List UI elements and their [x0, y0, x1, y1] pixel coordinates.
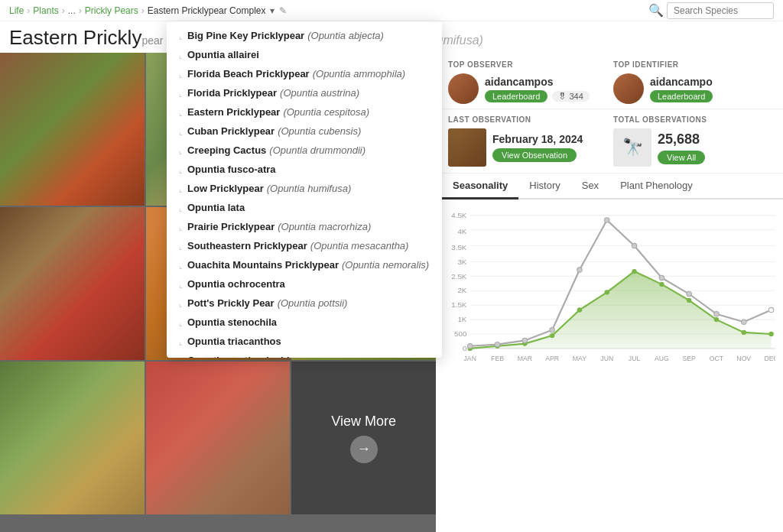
tab-history[interactable]: History	[518, 174, 570, 200]
dropdown-item[interactable]: ⌞Southeastern Pricklypear (Opuntia mesac…	[167, 236, 442, 255]
svg-text:1.5K: 1.5K	[451, 300, 467, 309]
species-dropdown[interactable]: ⌞Big Pine Key Pricklypear (Opuntia abjec…	[167, 21, 442, 358]
dropdown-item[interactable]: ⌞Opuntia triacanthos	[167, 332, 442, 351]
identifier-name: aidancampo	[650, 76, 713, 88]
species-common-name: Ouachita Mountains Pricklypear	[187, 259, 339, 271]
tab-seasonality[interactable]: Seasonality	[442, 174, 518, 200]
tab-sex[interactable]: Sex	[571, 174, 609, 200]
dropdown-item[interactable]: ⌞Opuntia stenochila	[167, 313, 442, 332]
dropdown-arrow-icon[interactable]: ▾	[270, 5, 275, 16]
observer-avatar	[448, 73, 479, 104]
svg-point-35	[522, 338, 528, 342]
svg-text:3.5K: 3.5K	[451, 243, 467, 251]
observer-details: aidancampos Leaderboard 🎖 344	[485, 76, 590, 102]
branch-icon: ⌞	[179, 242, 183, 251]
svg-text:4K: 4K	[457, 227, 467, 235]
svg-point-41	[687, 291, 692, 296]
obs-thumbnail	[448, 128, 486, 167]
species-common-name: Cuban Pricklypear	[187, 125, 275, 137]
svg-point-38	[604, 218, 609, 222]
svg-point-29	[687, 298, 692, 303]
svg-point-32	[768, 332, 774, 336]
svg-point-44	[768, 307, 774, 312]
svg-point-30	[714, 317, 720, 322]
dropdown-item[interactable]: ⌞Opuntia fusco-atra	[167, 160, 442, 179]
breadcrumb-life[interactable]: Life	[9, 5, 24, 16]
view-observation-button[interactable]: View Observation	[492, 148, 577, 162]
dropdown-item[interactable]: ⌞Opuntia ochrocentra	[167, 274, 442, 294]
search-input[interactable]	[667, 2, 774, 19]
edit-icon[interactable]: ✎	[279, 5, 287, 16]
photo-7[interactable]	[0, 362, 145, 514]
branch-icon: ⌞	[179, 223, 183, 232]
svg-text:AUG: AUG	[655, 355, 669, 362]
species-latin-name: (Opuntia cespitosa)	[283, 106, 369, 118]
branch-icon: ⌞	[179, 185, 183, 193]
obs-count-badge: 🎖 344	[552, 91, 589, 102]
observer-name: aidancampos	[485, 76, 590, 88]
photo-1[interactable]	[0, 53, 145, 206]
species-common-name: Opuntia xanthoglochia	[187, 355, 295, 358]
top-observer-label: TOP OBSERVER	[448, 60, 606, 69]
dropdown-item[interactable]: ⌞Low Pricklypear (Opuntia humifusa)	[167, 179, 442, 198]
dropdown-item[interactable]: ⌞Big Pine Key Pricklypear (Opuntia abjec…	[167, 26, 442, 45]
svg-marker-20	[470, 271, 772, 349]
breadcrumb-ellipsis: ...	[68, 5, 76, 16]
species-latin-name: (Opuntia macrorhiza)	[278, 221, 371, 232]
dropdown-item[interactable]: ⌞Eastern Pricklypear (Opuntia cespitosa)	[167, 102, 442, 122]
total-obs-info: 🔭 25,688 View All	[613, 128, 771, 167]
obs-details: February 18, 2024 View Observation	[492, 133, 583, 162]
svg-text:APR: APR	[545, 355, 559, 362]
dropdown-item[interactable]: ⌞Opuntia xanthoglochia	[167, 351, 442, 358]
dropdown-item[interactable]: ⌞Creeping Cactus (Opuntia drummondii)	[167, 141, 442, 160]
svg-text:3K: 3K	[457, 258, 467, 266]
dropdown-item[interactable]: ⌞Pott's Prickly Pear (Opuntia pottsii)	[167, 294, 442, 313]
binoculars-icon: 🎖	[558, 92, 567, 101]
obs-date: February 18, 2024	[492, 133, 583, 145]
svg-point-28	[659, 282, 664, 287]
species-latin-name: (Opuntia drummondii)	[269, 144, 366, 156]
view-all-button[interactable]: View All	[658, 151, 705, 164]
tab-plant-phenology[interactable]: Plant Phenology	[609, 174, 703, 200]
identifier-leaderboard-button[interactable]: Leaderboard	[650, 90, 713, 102]
dropdown-list: ⌞Big Pine Key Pricklypear (Opuntia abjec…	[167, 26, 442, 358]
breadcrumb-plants[interactable]: Plants	[33, 5, 58, 16]
right-panel: TOP OBSERVER aidancampos Leaderboard 🎖 3…	[436, 53, 783, 532]
species-common-name: Opuntia triacanthos	[187, 336, 281, 347]
photo-4[interactable]	[0, 207, 145, 360]
leaderboard-button[interactable]: Leaderboard	[485, 90, 547, 102]
species-latin-name: (Opuntia ammophila)	[313, 68, 405, 79]
svg-point-24	[550, 333, 555, 338]
branch-icon: ⌞	[179, 89, 183, 98]
species-common-name: Big Pine Key Pricklypear	[187, 30, 304, 41]
svg-text:OCT: OCT	[710, 355, 724, 362]
dropdown-item[interactable]: ⌞Prairie Pricklypear (Opuntia macrorhiza…	[167, 217, 442, 236]
dropdown-item[interactable]: ⌞Opuntia lata	[167, 198, 442, 217]
species-common-name: Opuntia stenochila	[187, 316, 277, 328]
svg-text:4.5K: 4.5K	[451, 211, 467, 219]
breadcrumb-prickly-pears[interactable]: Prickly Pears	[85, 5, 138, 16]
branch-icon: ⌞	[179, 32, 183, 41]
species-common-name: Eastern Pricklypear	[187, 106, 280, 118]
svg-point-37	[577, 268, 583, 272]
dropdown-item[interactable]: ⌞Florida Beach Pricklypear (Opuntia ammo…	[167, 64, 442, 83]
branch-icon: ⌞	[179, 357, 183, 358]
svg-point-33	[467, 344, 473, 349]
dropdown-item[interactable]: ⌞Florida Pricklypear (Opuntia austrina)	[167, 83, 442, 102]
dropdown-item[interactable]: ⌞Opuntia allairei	[167, 45, 442, 64]
branch-icon: ⌞	[179, 166, 183, 174]
svg-point-43	[742, 320, 747, 324]
dropdown-item[interactable]: ⌞Ouachita Mountains Pricklypear (Opuntia…	[167, 255, 442, 274]
svg-text:JUN: JUN	[600, 355, 613, 362]
seasonality-chart: 4.5K 4K 3.5K 3K 2.5K 2K 1.5K 1K 500 0	[443, 206, 775, 366]
last-obs-block: LAST OBSERVATION February 18, 2024 View …	[448, 115, 606, 167]
photo-8[interactable]	[146, 362, 291, 514]
species-common-name: Low Pricklypear	[187, 183, 264, 194]
svg-point-31	[742, 330, 747, 335]
svg-point-27	[632, 269, 637, 274]
dropdown-item[interactable]: ⌞Cuban Pricklypear (Opuntia cubensis)	[167, 122, 442, 141]
view-more-cell[interactable]: View More →	[291, 362, 436, 514]
search-bar: 🔍	[648, 2, 774, 19]
observer-info: aidancampos Leaderboard 🎖 344	[448, 73, 606, 104]
svg-text:0: 0	[463, 344, 466, 352]
